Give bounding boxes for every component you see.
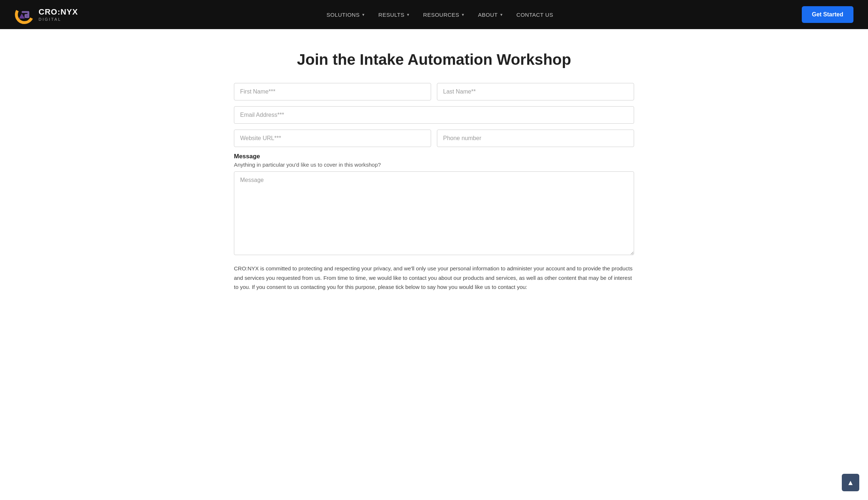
- svg-point-0: [16, 7, 32, 23]
- nav-contact[interactable]: CONTACT US: [517, 12, 553, 18]
- last-name-input[interactable]: [437, 83, 634, 100]
- navbar: CRO:NYX DIGITAL SOLUTIONS ▼ RESULTS ▼ RE…: [0, 0, 868, 29]
- page-content: Join the Intake Automation Workshop Mess…: [205, 29, 663, 314]
- nav-results[interactable]: RESULTS ▼: [378, 12, 410, 18]
- first-name-input[interactable]: [234, 83, 431, 100]
- get-started-button[interactable]: Get Started: [802, 6, 853, 23]
- brand-sub: DIGITAL: [39, 17, 78, 22]
- svg-marker-1: [19, 13, 25, 19]
- page-title: Join the Intake Automation Workshop: [234, 51, 634, 68]
- message-section: Message Anything in particular you'd lik…: [234, 153, 634, 257]
- nav-solutions[interactable]: SOLUTIONS ▼: [326, 12, 365, 18]
- nav-links: SOLUTIONS ▼ RESULTS ▼ RESOURCES ▼ ABOUT …: [326, 12, 553, 18]
- chevron-down-icon: ▼: [461, 13, 465, 17]
- website-phone-row: [234, 130, 634, 147]
- message-textarea[interactable]: [234, 171, 634, 255]
- nav-resources[interactable]: RESOURCES ▼: [423, 12, 465, 18]
- email-input[interactable]: [234, 106, 634, 124]
- name-row: [234, 83, 634, 100]
- brand-name: CRO:NYX: [39, 7, 78, 17]
- chevron-down-icon: ▼: [499, 13, 503, 17]
- chevron-down-icon: ▼: [362, 13, 365, 17]
- message-sublabel: Anything in particular you'd like us to …: [234, 162, 634, 168]
- phone-input[interactable]: [437, 130, 634, 147]
- chevron-down-icon: ▼: [406, 13, 410, 17]
- email-row: [234, 106, 634, 124]
- website-input[interactable]: [234, 130, 431, 147]
- logo[interactable]: CRO:NYX DIGITAL: [15, 5, 78, 24]
- message-label: Message: [234, 153, 634, 160]
- privacy-text: CRO:NYX is committed to protecting and r…: [234, 264, 634, 292]
- logo-icon: [15, 5, 34, 24]
- nav-about[interactable]: ABOUT ▼: [478, 12, 503, 18]
